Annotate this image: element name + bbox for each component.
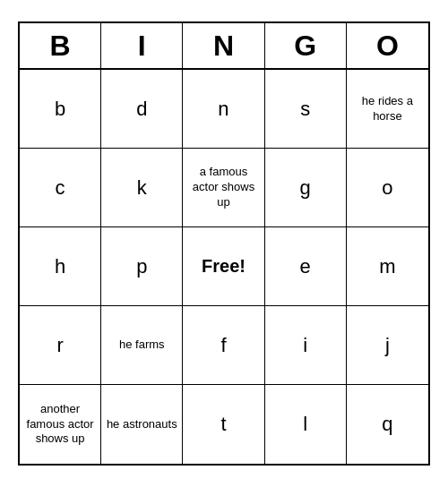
bingo-cell-9: o [347,149,428,227]
bingo-cell-20: another famous actor shows up [20,385,101,464]
bingo-cell-5: c [20,149,101,227]
bingo-cell-10: h [20,227,101,306]
bingo-cell-16: he farms [101,306,183,385]
bingo-cell-23: l [265,385,347,464]
header-letter-b: B [20,23,101,68]
bingo-cell-19: j [347,306,428,385]
bingo-cell-2: n [183,70,264,149]
bingo-cell-18: i [265,306,347,385]
bingo-header: BINGO [20,23,428,70]
bingo-cell-22: t [183,385,264,464]
bingo-cell-13: e [265,227,347,306]
header-letter-o: O [347,23,428,68]
bingo-cell-14: m [347,227,428,306]
bingo-cell-15: r [20,306,101,385]
bingo-board: BINGO bdnshe rides a horsecka famous act… [18,21,430,466]
bingo-cell-7: a famous actor shows up [183,149,264,227]
header-letter-i: I [101,23,183,68]
bingo-grid: bdnshe rides a horsecka famous actor sho… [20,70,428,464]
bingo-cell-21: he astronauts [101,385,183,464]
bingo-cell-6: k [101,149,183,227]
bingo-cell-0: b [20,70,101,149]
bingo-cell-1: d [101,70,183,149]
header-letter-g: G [265,23,347,68]
bingo-cell-11: p [101,227,183,306]
bingo-cell-12: Free! [183,227,264,306]
bingo-cell-4: he rides a horse [347,70,428,149]
bingo-cell-3: s [265,70,347,149]
bingo-cell-17: f [183,306,264,385]
bingo-cell-8: g [265,149,347,227]
header-letter-n: N [183,23,264,68]
bingo-cell-24: q [347,385,428,464]
